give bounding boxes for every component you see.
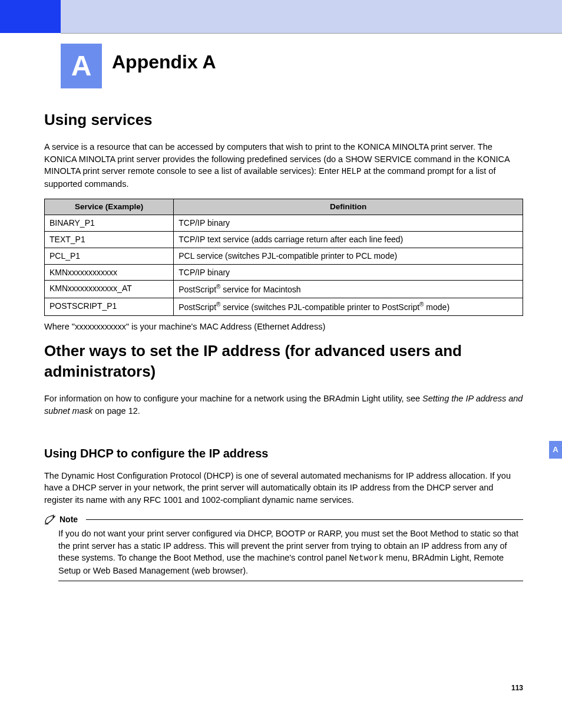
chapter-title: Appendix A <box>112 50 216 75</box>
note-body: If you do not want your print server con… <box>44 525 523 581</box>
side-tab: A <box>549 441 562 459</box>
services-table: Service (Example) Definition BINARY_P1 T… <box>44 199 523 316</box>
ow-text-a: For information on how to configure your… <box>44 394 422 403</box>
ps-end: mode) <box>424 302 449 312</box>
note-label: Note <box>59 514 78 525</box>
note-box: Note If you do not want your print serve… <box>44 514 523 581</box>
header-banner <box>61 0 562 33</box>
cell-definition: PostScript® service for Macintosh <box>174 281 523 298</box>
other-ways-paragraph: For information on how to configure your… <box>44 393 523 417</box>
subsection-heading-dhcp: Using DHCP to configure the IP address <box>44 446 523 462</box>
cell-service: POSTSCRIPT_P1 <box>45 298 174 316</box>
table-row: KMNxxxxxxxxxxxx TCP/IP binary <box>45 264 523 281</box>
page-number: 113 <box>511 683 523 693</box>
chapter-tab: A <box>61 44 102 88</box>
ow-text-b: on page 12. <box>92 406 140 416</box>
header-divider <box>61 33 562 34</box>
dhcp-paragraph: The Dynamic Host Configuration Protocol … <box>44 470 523 506</box>
mac-address-footnote: Where "xxxxxxxxxxxx" is your machine's M… <box>44 321 523 333</box>
note-rule-top <box>86 519 523 520</box>
cell-definition: PostScript® service (switches PJL-compat… <box>174 298 523 316</box>
network-menu-code: Network <box>349 554 384 563</box>
intro-paragraph: A service is a resource that can be acce… <box>44 141 523 190</box>
cell-service: KMNxxxxxxxxxxxx_AT <box>45 281 174 298</box>
cell-service: PCL_P1 <box>45 248 174 264</box>
header-accent-block <box>0 0 61 33</box>
section-heading-other-ways: Other ways to set the IP address (for ad… <box>44 341 523 382</box>
page-content: Using services A service is a resource t… <box>44 110 523 581</box>
ps-suffix: service for Macintosh <box>220 285 300 294</box>
table-row: TEXT_P1 TCP/IP text service (adds carria… <box>45 231 523 248</box>
th-definition: Definition <box>174 199 523 215</box>
cell-definition: PCL service (switches PJL-compatible pri… <box>174 248 523 264</box>
cell-service: BINARY_P1 <box>45 215 174 231</box>
ps-text: PostScript <box>178 302 216 312</box>
help-command: HELP <box>342 167 362 176</box>
section-heading-using-services: Using services <box>44 110 523 130</box>
ps-mid: service (switches PJL-compatible printer… <box>220 302 419 312</box>
table-row: POSTSCRIPT_P1 PostScript® service (switc… <box>45 298 523 316</box>
note-icon <box>44 515 56 525</box>
cell-definition: TCP/IP binary <box>174 264 523 281</box>
th-service: Service (Example) <box>45 199 174 215</box>
table-row: KMNxxxxxxxxxxxx_AT PostScript® service f… <box>45 281 523 298</box>
cell-definition: TCP/IP text service (adds carriage retur… <box>174 231 523 248</box>
cell-definition: TCP/IP binary <box>174 215 523 231</box>
cell-service: TEXT_P1 <box>45 231 174 248</box>
cell-service: KMNxxxxxxxxxxxx <box>45 264 174 281</box>
table-row: BINARY_P1 TCP/IP binary <box>45 215 523 231</box>
note-header: Note <box>44 514 523 525</box>
note-rule-bottom <box>58 581 523 581</box>
ps-text: PostScript <box>178 285 216 294</box>
table-row: PCL_P1 PCL service (switches PJL-compati… <box>45 248 523 264</box>
